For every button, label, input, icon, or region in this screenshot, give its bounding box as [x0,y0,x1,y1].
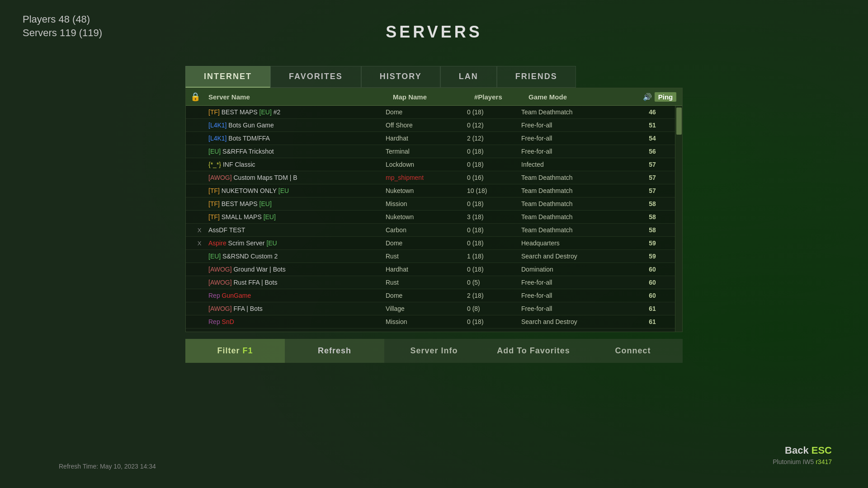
filter-button[interactable]: Filter F1 [185,339,285,363]
row-ping: 61 [634,318,670,325]
scrollbar[interactable] [675,106,682,332]
refresh-button[interactable]: Refresh [285,339,384,363]
ping-header[interactable]: Ping [655,92,677,102]
row-game-mode: Free-for-all [521,292,634,299]
back-area: Back ESC Plutonium IW5 r3417 [773,445,832,465]
row-map-name: Terminal [386,148,467,155]
table-row[interactable]: [TF] BEST MAPS [EU] #2 Dome 0 (18) Team … [186,106,675,119]
column-headers: 🔒 Server Name Map Name #Players Game Mod… [186,88,682,106]
row-ping: 51 [634,122,670,129]
row-ping: 60 [634,292,670,299]
lock-col-header: 🔒 [190,92,208,102]
version-key: r3417 [816,458,832,465]
back-key[interactable]: ESC [811,445,832,456]
tab-history[interactable]: HISTORY [361,66,440,88]
row-ping: 59 [634,253,670,260]
row-server-name: Rep SnD [208,318,386,325]
row-server-name: [AWOG] Custom Maps Ground W [208,331,386,332]
row-server-name: [TF] BEST MAPS [EU] #2 [208,108,386,116]
version-text: Plutonium IW5 [773,458,814,465]
row-ping: 57 [634,161,670,168]
row-players: 0 (18) [467,108,521,116]
table-row[interactable]: [TF] NUKETOWN ONLY [EU Nuketown 10 (18) … [186,184,675,197]
tab-friends[interactable]: FRIENDS [497,66,576,88]
row-map-name: mp_shipment [386,174,467,181]
row-ping: 58 [634,200,670,207]
row-map-name: Carbon [386,226,467,234]
table-row[interactable]: [AWOG] FFA | Bots Village 0 (8) Free-for… [186,302,675,315]
server-name-header: Server Name [208,93,393,101]
scrollbar-thumb[interactable] [676,108,682,135]
row-game-mode: Team Deathmatch [521,226,634,234]
row-game-mode: Team Deathmatch [521,187,634,194]
row-server-name: [TF] BEST MAPS [EU] [208,200,386,207]
tab-favorites[interactable]: FAVORITES [270,66,361,88]
table-row[interactable]: [TF] SMALL MAPS [EU] Nuketown 3 (18) Tea… [186,211,675,224]
table-row[interactable]: [L4K1] Bots TDM/FFA Hardhat 2 (12) Free-… [186,132,675,145]
row-players: 1 (18) [467,253,521,260]
table-row[interactable]: X Aspire Scrim Server [EU Dome 0 (18) He… [186,237,675,250]
row-ping: 57 [634,174,670,181]
table-row[interactable]: [L4K1] Bots Gun Game Off Shore 0 (12) Fr… [186,119,675,132]
row-game-mode: Headquarters [521,239,634,247]
row-map-name: Mission [386,200,467,207]
row-players: 0 (12) [467,122,521,129]
table-row[interactable]: [TF] BEST MAPS [EU] Mission 0 (18) Team … [186,197,675,211]
row-ping: 60 [634,266,670,273]
add-to-favorites-button[interactable]: Add To Favorites [484,339,583,363]
table-row[interactable]: [AWOG] Ground War | Bots Hardhat 0 (18) … [186,263,675,276]
row-map-name: Mission [386,318,467,325]
row-x-mark: X [190,240,208,247]
table-row[interactable]: {*_*} INF Classic Lockdown 0 (18) Infect… [186,158,675,171]
row-game-mode: Kill Confirmed [521,331,634,332]
row-server-name: [AWOG] Ground War | Bots [208,266,386,273]
row-map-name: Dome [386,239,467,247]
row-map-name: Dome [386,292,467,299]
row-game-mode: Domination [521,266,634,273]
row-server-name: [EU] S&RFFA Trickshot [208,148,386,155]
table-row[interactable]: Rep GunGame Dome 2 (18) Free-for-all 60 [186,289,675,302]
row-players: 0 (18) [467,226,521,234]
row-players: 0 (5) [467,279,521,286]
tab-internet[interactable]: INTERNET [185,66,270,88]
row-map-name: Nuketown [386,187,467,194]
table-row[interactable]: [EU] S&RFFA Trickshot Terminal 0 (18) Fr… [186,145,675,158]
row-ping: 62 [634,331,670,332]
row-server-name: [TF] SMALL MAPS [EU] [208,213,386,221]
table-row[interactable]: X AssDF TEST Carbon 0 (18) Team Deathmat… [186,224,675,237]
row-map-name: Rust [386,279,467,286]
row-map-name: Rust [386,253,467,260]
table-row[interactable]: [AWOG] Custom Maps Ground W mp_shipment … [186,328,675,332]
table-row[interactable]: Rep SnD Mission 0 (18) Search and Destro… [186,315,675,328]
tab-lan[interactable]: LAN [440,66,497,88]
row-players: 2 (18) [467,292,521,299]
map-name-header: Map Name [393,93,474,101]
row-game-mode: Infected [521,161,634,168]
row-map-name: Nuketown [386,213,467,221]
row-ping: 60 [634,279,670,286]
row-ping: 58 [634,226,670,234]
row-players: 3 (18) [467,213,521,221]
row-players: 0 (18) [467,318,521,325]
row-game-mode: Team Deathmatch [521,108,634,116]
row-ping: 57 [634,187,670,194]
row-players: 0 (18) [467,239,521,247]
row-server-name: [L4K1] Bots Gun Game [208,122,386,129]
row-server-name: AssDF TEST [208,226,386,234]
row-server-name: Rep GunGame [208,292,386,299]
row-game-mode: Search and Destroy [521,318,634,325]
row-game-mode: Free-for-all [521,305,634,312]
row-map-name: Dome [386,108,467,116]
row-players: 0 (16) [467,174,521,181]
connect-button[interactable]: Connect [583,339,683,363]
row-map-name: Hardhat [386,266,467,273]
server-info-button[interactable]: Server Info [384,339,484,363]
row-ping: 59 [634,239,670,247]
table-row[interactable]: [AWOG] Custom Maps TDM | B mp_shipment 0… [186,171,675,184]
row-ping: 61 [634,305,670,312]
row-game-mode: Free-for-all [521,122,634,129]
table-row[interactable]: [EU] S&RSND Custom 2 Rust 1 (18) Search … [186,250,675,263]
row-server-name: [AWOG] Custom Maps TDM | B [208,174,386,181]
row-game-mode: Team Deathmatch [521,200,634,207]
table-row[interactable]: [AWOG] Rust FFA | Bots Rust 0 (5) Free-f… [186,276,675,289]
